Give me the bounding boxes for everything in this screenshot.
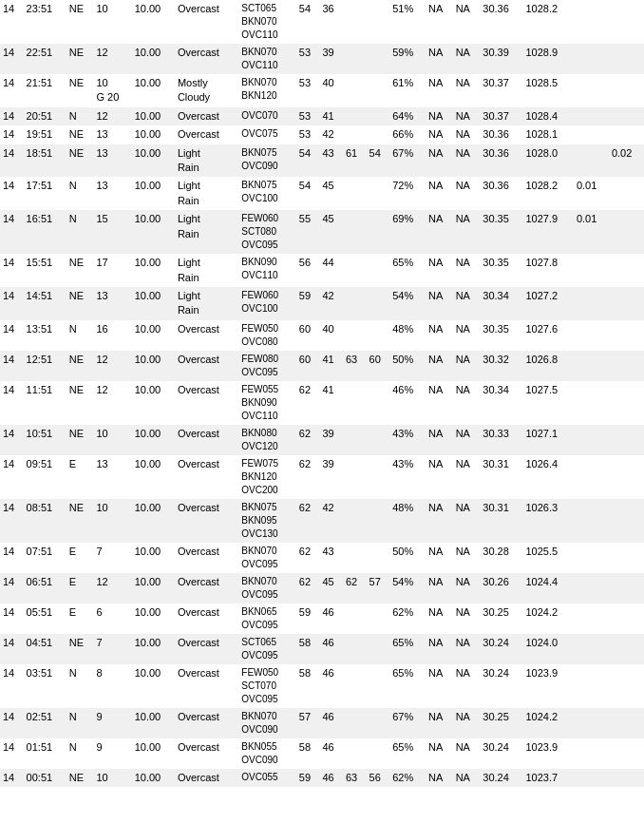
table-row: 1413:51N1610.00OvercastFEW050 OVC0806040… xyxy=(0,320,644,351)
table-row: 1412:51NE1210.00OvercastFEW080 OVC095604… xyxy=(0,351,644,381)
table-row: 1405:51E610.00OvercastBKN065 OVC09559466… xyxy=(0,604,644,634)
table-row: 1407:51E710.00OvercastBKN070 OVC09562435… xyxy=(0,543,644,573)
table-row: 1414:51NE1310.00Light RainFEW060 OVC1005… xyxy=(0,287,644,320)
table-row: 1411:51NE1210.00OvercastFEW055 BKN090 OV… xyxy=(0,381,644,425)
table-row: 1415:51NE1710.00Light RainBKN090 OVC1105… xyxy=(0,254,644,287)
table-row: 1421:51NE10 G 2010.00Mostly CloudyBKN070… xyxy=(0,74,644,107)
table-row: 1419:51NE1310.00OvercastOVC075534266%NAN… xyxy=(0,125,644,144)
table-row: 1402:51N910.00OvercastBKN070 OVC09057466… xyxy=(0,708,644,738)
table-row: 1409:51E1310.00OvercastFEW075 BKN120 OVC… xyxy=(0,455,644,499)
table-row: 1416:51N1510.00Light RainFEW060 SCT080 O… xyxy=(0,210,644,254)
table-row: 1406:51E1210.00OvercastBKN070 OVC0956245… xyxy=(0,573,644,604)
table-row: 1417:51N1310.00Light RainBKN075 OVC10054… xyxy=(0,177,644,210)
table-row: 1400:51NE1010.00OvercastOVC0555946635662… xyxy=(0,769,644,787)
weather-data-table: 1423:51NE1010.00OvercastSCT065 BKN070 OV… xyxy=(0,0,644,787)
table-row: 1410:51NE1010.00OvercastBKN080 OVC120623… xyxy=(0,425,644,455)
table-row: 1420:51N1210.00OvercastOVC070534164%NANA… xyxy=(0,107,644,125)
table-row: 1401:51N910.00OvercastBKN055 OVC09058466… xyxy=(0,738,644,769)
table-row: 1422:51NE1210.00OvercastBKN070 OVC110533… xyxy=(0,44,644,74)
table-row: 1404:51NE710.00OvercastSCT065 OVC0955846… xyxy=(0,634,644,664)
table-row: 1403:51N810.00OvercastFEW050 SCT070 OVC0… xyxy=(0,664,644,708)
table-row: 1423:51NE1010.00OvercastSCT065 BKN070 OV… xyxy=(0,0,644,44)
table-row: 1418:51NE1310.00Light RainBKN075 OVC0905… xyxy=(0,144,644,178)
table-row: 1408:51NE1010.00OvercastBKN075 BKN095 OV… xyxy=(0,499,644,543)
